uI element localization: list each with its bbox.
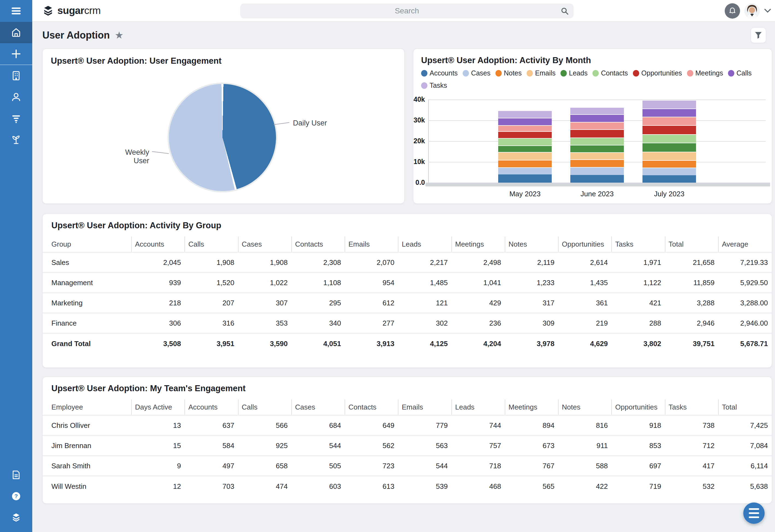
brand-logo: sugarcrm bbox=[42, 5, 101, 17]
favorite-star-icon[interactable]: ★ bbox=[115, 30, 123, 40]
table-cell: Jim Brennan bbox=[43, 436, 131, 456]
table-cell: 288 bbox=[612, 313, 665, 333]
x-axis-label: June 2023 bbox=[567, 190, 627, 198]
legend-item-meetings[interactable]: Meetings bbox=[687, 69, 723, 77]
table-cell: 3,802 bbox=[612, 333, 665, 354]
table-cell: 4,051 bbox=[291, 333, 345, 354]
table-cell: 295 bbox=[291, 293, 345, 313]
legend-item-contacts[interactable]: Contacts bbox=[593, 69, 628, 77]
legend-item-notes[interactable]: Notes bbox=[496, 69, 522, 77]
table-row: Sarah Smith94976585057235447187675886974… bbox=[43, 456, 772, 476]
table-cell: 277 bbox=[345, 313, 398, 333]
sidebar-item-help[interactable]: ? bbox=[0, 486, 32, 507]
table-cell: 738 bbox=[665, 415, 718, 436]
legend-item-accounts[interactable]: Accounts bbox=[421, 69, 458, 77]
table-cell: 723 bbox=[345, 456, 398, 476]
y-axis-tick-label: 30k bbox=[413, 116, 425, 124]
sidebar-item-pipeline[interactable] bbox=[0, 108, 32, 129]
table-cell: 1,122 bbox=[612, 273, 665, 293]
table-row: Chris Olliver136375666846497797448948169… bbox=[43, 415, 772, 436]
sidebar-item-sugar-apps[interactable] bbox=[0, 507, 32, 528]
column-header: Contacts bbox=[345, 399, 398, 415]
table-row: Management9391,5201,0221,1089541,4851,04… bbox=[43, 273, 772, 293]
table-cell: 613 bbox=[345, 476, 398, 496]
plus-icon bbox=[11, 48, 22, 59]
table-cell: 1,520 bbox=[185, 273, 238, 293]
quick-actions-fab[interactable] bbox=[743, 502, 765, 524]
table-cell: 1,041 bbox=[452, 273, 505, 293]
search-input[interactable] bbox=[240, 7, 574, 15]
legend-dot bbox=[421, 70, 428, 76]
table-cell: 317 bbox=[505, 293, 558, 313]
table-cell: 673 bbox=[505, 436, 558, 456]
table-cell: 307 bbox=[238, 293, 291, 313]
column-header: Emails bbox=[345, 236, 398, 252]
table-cell: 684 bbox=[291, 415, 345, 436]
bar-segment-emails bbox=[570, 152, 624, 159]
filter-button[interactable] bbox=[751, 28, 766, 43]
table-cell: 3,978 bbox=[505, 333, 558, 354]
legend-dot bbox=[728, 70, 734, 76]
table-header-row: EmployeeDays ActiveAccountsCallsCasesCon… bbox=[43, 399, 772, 415]
legend-item-calls[interactable]: Calls bbox=[728, 69, 752, 77]
y-axis-tick-label: 40k bbox=[413, 95, 425, 103]
sidebar-item-home[interactable] bbox=[0, 22, 32, 43]
y-axis-tick-label: 20k bbox=[413, 137, 425, 145]
table-cell: 584 bbox=[185, 436, 238, 456]
legend-item-leads[interactable]: Leads bbox=[561, 69, 588, 77]
table-cell: Chris Olliver bbox=[43, 415, 131, 436]
search-icon[interactable] bbox=[561, 7, 569, 15]
bar-segment-meetings bbox=[570, 122, 624, 129]
sidebar-menu-toggle[interactable] bbox=[0, 0, 32, 22]
brand-wordmark: sugarcrm bbox=[57, 5, 101, 16]
sprout-icon bbox=[11, 134, 22, 145]
table-row: Finance3063163533402773022363092192882,9… bbox=[43, 313, 772, 333]
table-cell: 918 bbox=[612, 415, 665, 436]
sidebar-item-accounts[interactable] bbox=[0, 65, 32, 86]
table-cell: 417 bbox=[665, 456, 718, 476]
sidebar-item-contacts[interactable] bbox=[0, 86, 32, 108]
table-cell: 563 bbox=[398, 436, 452, 456]
table-cell: 718 bbox=[452, 456, 505, 476]
table-cell: 637 bbox=[185, 415, 238, 436]
legend-label: Meetings bbox=[696, 69, 723, 77]
table-cell: 5,929.50 bbox=[718, 273, 772, 293]
column-header: Cases bbox=[238, 236, 291, 252]
column-header: Tasks bbox=[612, 236, 665, 252]
table-cell: 562 bbox=[345, 436, 398, 456]
card-team-engagement: Upsert® User Adoption: My Team's Engagem… bbox=[42, 377, 772, 504]
bell-icon bbox=[728, 7, 736, 15]
card-activity-by-group: Upsert® User Adoption: Activity By Group… bbox=[42, 214, 772, 368]
legend-item-cases[interactable]: Cases bbox=[463, 69, 491, 77]
legend-dot bbox=[593, 70, 599, 76]
legend-item-emails[interactable]: Emails bbox=[527, 69, 556, 77]
table-cell: 497 bbox=[185, 456, 238, 476]
chevron-down-icon[interactable] bbox=[764, 8, 771, 13]
sidebar-item-create[interactable] bbox=[0, 43, 32, 64]
sidebar-item-documents[interactable] bbox=[0, 464, 32, 486]
table-cell: 12 bbox=[131, 476, 185, 496]
avatar[interactable] bbox=[744, 3, 760, 19]
legend-item-tasks[interactable]: Tasks bbox=[421, 81, 447, 89]
table-cell: 6,114 bbox=[718, 456, 772, 476]
table-cell: 4,125 bbox=[398, 333, 452, 354]
document-icon bbox=[11, 469, 22, 480]
hamburger-menu-icon bbox=[749, 508, 759, 510]
table-cell: 532 bbox=[665, 476, 718, 496]
notifications-button[interactable] bbox=[725, 3, 740, 19]
table-cell: Finance bbox=[43, 313, 131, 333]
person-icon bbox=[11, 92, 22, 102]
table-cell: 1,908 bbox=[185, 252, 238, 273]
legend-item-opportunities[interactable]: Opportunities bbox=[633, 69, 682, 77]
table-cell: 767 bbox=[505, 456, 558, 476]
column-header: Contacts bbox=[291, 236, 345, 252]
bar-segment-calls bbox=[570, 114, 624, 122]
table-cell: 4,629 bbox=[558, 333, 612, 354]
pie-label-weekly: Weekly User bbox=[108, 148, 149, 165]
legend-label: Cases bbox=[471, 69, 491, 77]
legend-dot bbox=[687, 70, 693, 76]
table-cell: 7,425 bbox=[718, 415, 772, 436]
table-cell: 2,045 bbox=[131, 252, 185, 273]
sidebar-item-leads[interactable] bbox=[0, 129, 32, 150]
table-cell: 712 bbox=[665, 436, 718, 456]
